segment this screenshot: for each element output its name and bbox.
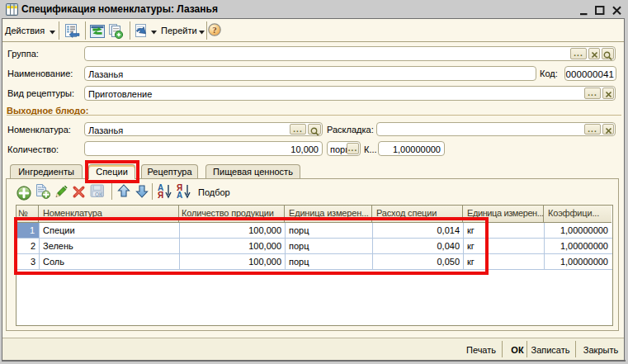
- svg-text:?: ?: [212, 25, 217, 35]
- svg-text:ОК: ОК: [95, 191, 102, 197]
